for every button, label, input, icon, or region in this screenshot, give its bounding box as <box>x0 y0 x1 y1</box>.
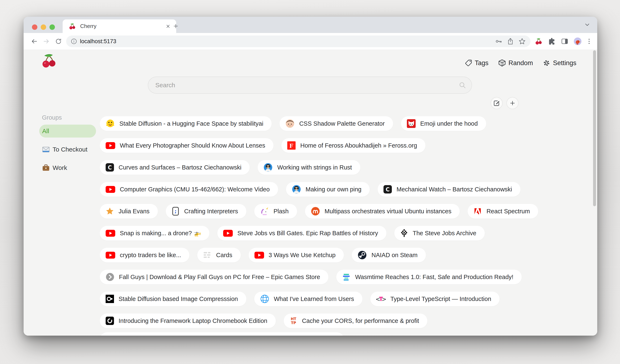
forward-button[interactable] <box>40 35 52 47</box>
group-label: To Checkout <box>53 146 88 153</box>
youtube-icon <box>254 252 264 258</box>
nav-random[interactable]: Random <box>498 59 533 67</box>
bookmark-pill[interactable]: HTTPCache your CORS, for performance & p… <box>284 314 428 328</box>
bookmark-label: What I've Learned from Users <box>274 296 354 303</box>
browser-menu-kebab-icon[interactable] <box>586 35 593 47</box>
bookmark-label: Wasmtime Reaches 1.0: Fast, Safe and Pro… <box>355 274 513 281</box>
password-key-icon[interactable] <box>494 36 504 46</box>
bookmark-pill[interactable]: Fall Guys | Download & Play Fall Guys on… <box>100 270 328 284</box>
bartosz-c-icon: C <box>384 185 392 194</box>
tag-icon <box>465 59 472 67</box>
bookmark-pill[interactable]: Snap is making... a drone? 🚁 <box>100 226 209 241</box>
header-nav: TagsRandomSettings <box>465 59 576 67</box>
tab-title: Cherry <box>80 23 161 30</box>
rust-avatar-icon <box>264 163 273 172</box>
bookmark-label: Type-Level TypeScript — Introduction <box>390 296 491 303</box>
bookmark-pill[interactable]: The Steve Jobs Archive <box>394 226 485 241</box>
bookmark-pill[interactable]: Julia Evans <box>100 204 158 219</box>
new-tab-button[interactable] <box>170 20 182 32</box>
minimize-window-button[interactable] <box>41 24 46 30</box>
bookmark-label: CSS Shadow Palette Generator <box>299 120 385 127</box>
close-window-button[interactable] <box>32 24 37 30</box>
cherry-extension-icon[interactable] <box>534 35 544 47</box>
bookmark-pill[interactable]: crypto traders be like... <box>100 248 189 262</box>
svg-text:HT: HT <box>291 317 296 321</box>
bookmark-pill[interactable]: Multipass orchestrates virtual Ubuntu in… <box>305 204 460 219</box>
bookmark-pill[interactable]: Plash <box>254 204 297 219</box>
reload-button[interactable] <box>52 35 64 47</box>
edit-bookmarks-button[interactable] <box>491 97 503 109</box>
bookmark-pill[interactable]: Introducing the Framework Laptop Chromeb… <box>100 314 276 328</box>
bookmark-pill[interactable]: Stable Diffusion - a Hugging Face Space … <box>100 116 272 131</box>
site-info-icon[interactable] <box>71 38 77 45</box>
tab-cherry[interactable]: Cherry <box>63 19 176 33</box>
feross-f-icon: F <box>287 141 295 150</box>
sidebar-item-all[interactable]: All <box>39 125 96 137</box>
steam-icon <box>357 250 367 260</box>
bookmark-label: Snap is making... a drone? 🚁 <box>120 229 201 237</box>
pixel-tree-icon <box>400 229 408 238</box>
bookmark-pill[interactable]: NAIAD on Steam <box>352 248 426 262</box>
bookmark-pill[interactable]: CCurves and Surfaces – Bartosz Ciechanow… <box>100 160 250 175</box>
youtube-icon <box>106 230 115 237</box>
bookmark-row: Stable Diffusion - a Hugging Face Space … <box>100 116 538 131</box>
httptoolkit-icon: HTTP <box>290 317 297 325</box>
share-icon[interactable] <box>505 36 515 46</box>
person-avatar-icon <box>285 119 294 128</box>
svg-text:C: C <box>108 165 112 171</box>
side-panel-icon[interactable] <box>560 35 570 47</box>
nav-tags[interactable]: Tags <box>465 59 488 67</box>
bookmark-pill[interactable]: Wasmtime Reaches 1.0: Fast, Safe and Pro… <box>336 270 522 284</box>
nav-settings[interactable]: Settings <box>542 59 576 67</box>
svg-text:TP: TP <box>291 321 296 325</box>
bookmark-pill[interactable]: What I've Learned from Users <box>254 292 362 306</box>
bookmark-star-icon[interactable] <box>517 36 527 46</box>
typescript-t-icon: <T> <box>376 295 386 303</box>
extensions-puzzle-icon[interactable] <box>547 35 557 47</box>
bookmark-label: crypto traders be like... <box>120 252 181 258</box>
bookmark-pill[interactable]: CSS Shadow Palette Generator <box>279 116 393 131</box>
bookmark-pill[interactable]: Steve Jobs vs Bill Gates. Epic Rap Battl… <box>217 226 387 241</box>
bookmark-pill[interactable]: Stable Diffusion based Image Compresssio… <box>100 292 246 306</box>
bookmark-pill[interactable]: What Every Photographer Should Know Abou… <box>100 138 274 153</box>
scrollbar-thumb[interactable] <box>593 50 596 206</box>
bookmark-label: Curves and Surfaces – Bartosz Ciechanows… <box>119 164 241 171</box>
bookmark-pill[interactable]: CMechanical Watch – Bartosz Ciechanowski <box>378 182 520 197</box>
bookmark-pill[interactable] <box>100 332 344 336</box>
bookmark-pill[interactable]: Computer Graphics (CMU 15-462/662): Welc… <box>100 182 278 197</box>
sidebar-item-to-checkout[interactable]: To Checkout <box>39 143 96 156</box>
bookmark-label: Julia Evans <box>119 208 150 215</box>
back-button[interactable] <box>28 35 40 47</box>
bookmark-pill[interactable]: Cards <box>197 248 240 262</box>
svg-text:;: ; <box>175 208 177 214</box>
bookmark-pill[interactable]: Working with strings in Rust <box>258 160 360 175</box>
add-bookmark-button[interactable] <box>506 97 519 109</box>
bw-lens-icon <box>106 295 114 303</box>
tab-search-chevron-icon[interactable] <box>584 21 590 28</box>
bookmark-pill[interactable]: <T>Type-Level TypeScript — Introduction <box>370 292 499 306</box>
bookmark-label: Cache your CORS, for performance & profi… <box>302 318 419 324</box>
globe-icon <box>260 294 269 303</box>
sidebar-item-work[interactable]: Work <box>39 161 96 174</box>
profile-avatar[interactable] <box>573 35 583 47</box>
bookmark-label: Fall Guys | Download & Play Fall Guys on… <box>119 274 320 281</box>
zoom-window-button[interactable] <box>49 24 55 30</box>
bookmark-pill[interactable]: Emoji under the hood <box>401 116 486 131</box>
bookmark-pill[interactable]: ;Crafting Interpreters <box>166 204 246 219</box>
search-bar[interactable] <box>148 76 472 94</box>
group-label: Work <box>53 164 67 171</box>
address-bar[interactable]: localhost:5173 <box>66 35 530 47</box>
bookmark-pill[interactable]: 3 Ways We Use Ketchup <box>249 248 344 262</box>
cherry-logo-icon <box>41 53 57 69</box>
bookmark-label: Cards <box>216 252 232 258</box>
bookmark-pill[interactable]: Making our own ping <box>286 182 370 197</box>
bookmark-label: Home of Feross Aboukhadijeh » Feross.org <box>300 142 417 149</box>
bookmark-row: Fall Guys | Download & Play Fall Guys on… <box>100 270 538 284</box>
address-url[interactable]: localhost:5173 <box>80 38 491 45</box>
bookmark-label: Steve Jobs vs Bill Gates. Epic Rap Battl… <box>237 230 378 237</box>
bookmark-pill[interactable]: FHome of Feross Aboukhadijeh » Feross.or… <box>281 138 425 153</box>
orange-star-icon <box>106 207 114 215</box>
bookmark-pill[interactable]: React Spectrum <box>468 204 538 219</box>
search-input[interactable] <box>148 82 459 89</box>
cherry-favicon-icon <box>69 23 76 30</box>
